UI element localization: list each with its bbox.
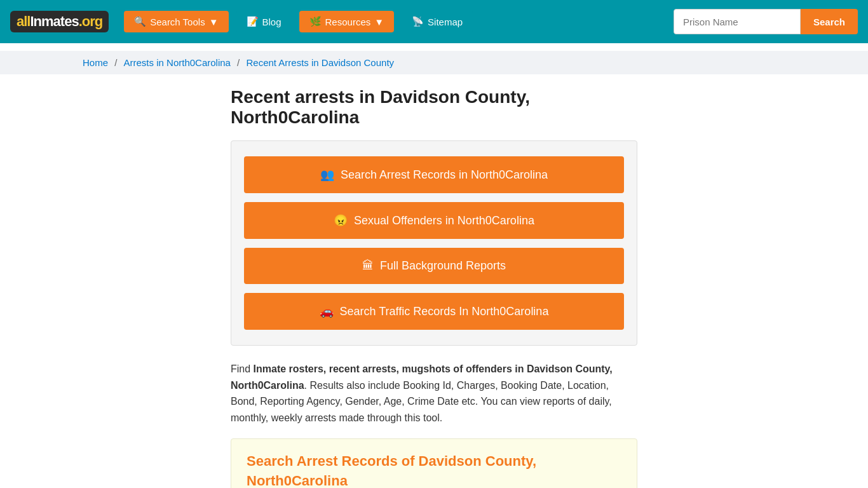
resources-label: Resources — [325, 17, 371, 27]
breadcrumb-sep-2: / — [237, 57, 242, 68]
logo[interactable]: allInmates.org — [10, 11, 109, 32]
logo-org: .org — [79, 13, 103, 29]
action-card: 👥 Search Arrest Records in North0Carolin… — [231, 140, 637, 346]
search-tools-dropdown-icon: ▼ — [209, 17, 219, 27]
breadcrumb-state[interactable]: Arrests in North0Carolina — [124, 57, 231, 68]
breadcrumb-current[interactable]: Recent Arrests in Davidson County — [246, 57, 394, 68]
bottom-section: Search Arrest Records of Davidson County… — [231, 438, 637, 488]
resources-icon: 🌿 — [309, 16, 322, 27]
sexual-offenders-button[interactable]: 😠 Sexual Offenders in North0Carolina — [244, 202, 624, 239]
navbar: allInmates.org 🔍 Search Tools ▼ 📝 Blog 🌿… — [0, 0, 868, 43]
navbar-search-button[interactable]: Search — [801, 9, 858, 34]
logo-inmates: Inmates — [30, 13, 78, 29]
bottom-section-title: Search Arrest Records of Davidson County… — [247, 452, 621, 488]
breadcrumb-area: Home / Arrests in North0Carolina / Recen… — [0, 51, 868, 74]
arrest-icon: 👥 — [320, 168, 334, 182]
background-reports-button[interactable]: 🏛 Full Background Reports — [244, 248, 624, 284]
navbar-search-container: Search — [674, 9, 858, 34]
resources-button[interactable]: 🌿 Resources ▼ — [299, 11, 395, 32]
page-title: Recent arrests in Davidson County, North… — [231, 87, 637, 128]
description-text: Find Inmate rosters, recent arrests, mug… — [231, 361, 637, 426]
breadcrumb-home[interactable]: Home — [83, 57, 108, 68]
search-arrest-records-button[interactable]: 👥 Search Arrest Records in North0Carolin… — [244, 156, 624, 193]
main-content: Recent arrests in Davidson County, North… — [148, 74, 720, 488]
search-tools-icon: 🔍 — [134, 16, 146, 27]
background-label: Full Background Reports — [380, 259, 506, 273]
breadcrumb-sep-1: / — [114, 57, 119, 68]
navbar-search-label: Search — [813, 17, 845, 27]
blog-button[interactable]: 📝 Blog — [236, 11, 292, 32]
sitemap-label: Sitemap — [428, 17, 463, 27]
traffic-icon: 🚗 — [320, 304, 334, 318]
logo-text: allInmates.org — [10, 11, 109, 32]
traffic-label: Search Traffic Records In North0Carolina — [340, 305, 549, 318]
blog-icon: 📝 — [247, 16, 259, 27]
offenders-icon: 😠 — [334, 214, 348, 227]
sitemap-icon: 📡 — [412, 16, 424, 27]
arrest-label: Search Arrest Records in North0Carolina — [341, 168, 548, 182]
offenders-label: Sexual Offenders in North0Carolina — [354, 214, 534, 227]
prison-name-input[interactable] — [674, 9, 801, 34]
blog-label: Blog — [262, 17, 281, 27]
search-tools-button[interactable]: 🔍 Search Tools ▼ — [124, 11, 228, 32]
background-icon: 🏛 — [362, 259, 374, 273]
description-prefix: Find — [231, 363, 254, 374]
resources-dropdown-icon: ▼ — [374, 17, 384, 27]
sitemap-button[interactable]: 📡 Sitemap — [402, 11, 473, 32]
search-tools-label: Search Tools — [150, 17, 205, 27]
traffic-records-button[interactable]: 🚗 Search Traffic Records In North0Caroli… — [244, 293, 624, 330]
breadcrumb: Home / Arrests in North0Carolina / Recen… — [83, 57, 785, 68]
bottom-title-line1: Search Arrest Records of Davidson County… — [247, 453, 536, 469]
bottom-title-line2: North0Carolina — [247, 473, 348, 488]
logo-all: all — [17, 13, 30, 29]
